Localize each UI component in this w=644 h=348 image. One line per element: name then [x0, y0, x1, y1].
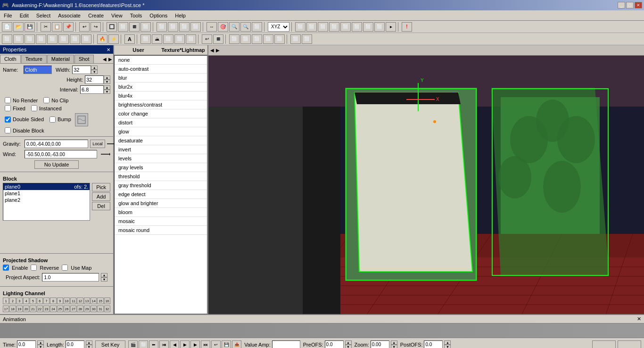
item-levels[interactable]: levels — [115, 154, 207, 163]
item-mosaic[interactable]: mosaic — [115, 217, 207, 226]
tb20[interactable]: ⬜ — [363, 22, 373, 32]
tb23[interactable]: ! — [402, 22, 412, 32]
play-rev-btn[interactable]: ⬅ — [149, 340, 158, 348]
bump-checkbox[interactable] — [50, 116, 56, 123]
anim-close-btn[interactable]: ✕ — [637, 316, 641, 322]
time-input[interactable] — [17, 340, 36, 348]
menu-file[interactable]: File — [0, 12, 16, 19]
light-5[interactable]: 5 — [30, 298, 36, 304]
copy-btn[interactable]: 📋 — [52, 22, 62, 32]
play-btn[interactable]: ▶ — [180, 340, 190, 348]
item-blur2x[interactable]: blur2x — [115, 83, 207, 91]
tb2-13[interactable]: ⬜ — [186, 34, 196, 44]
light-23[interactable]: 23 — [43, 306, 50, 312]
item-edge-detect[interactable]: edge detect — [115, 190, 207, 199]
tb2-3[interactable]: ⬜ — [25, 34, 35, 44]
wind-input[interactable] — [25, 150, 97, 158]
zoom-input[interactable] — [371, 340, 389, 348]
tb7[interactable]: ⬜ — [179, 22, 190, 32]
menu-edit[interactable]: Edit — [16, 12, 33, 19]
light-17[interactable]: 17 — [3, 306, 9, 312]
fixed-checkbox[interactable] — [5, 105, 11, 111]
export-btn[interactable]: 📤 — [232, 340, 241, 348]
light-19[interactable]: 19 — [17, 306, 23, 312]
stop-btn[interactable]: ⬜ — [139, 340, 148, 348]
item-gray-levels[interactable]: gray levels — [115, 163, 207, 172]
tb2-2[interactable]: ⬜ — [13, 34, 24, 44]
item-color-change[interactable]: color change — [115, 109, 207, 118]
tb2-fire2[interactable]: ⚡ — [108, 34, 119, 44]
tb2-16[interactable]: ⬜ — [229, 34, 239, 44]
item-threshold[interactable]: threshold — [115, 172, 207, 181]
dropdown-list[interactable]: none auto-contrast blur blur2x blur4x br… — [114, 55, 207, 314]
tb2-14[interactable]: ↩ — [202, 34, 212, 44]
item-brightness-contrast[interactable]: brightness/contrast — [115, 100, 207, 109]
width-input[interactable] — [72, 66, 91, 74]
tb10[interactable]: 🎯 — [218, 22, 228, 32]
step-prev-btn[interactable]: ◀ — [170, 340, 179, 348]
length-input[interactable] — [66, 340, 84, 348]
light-32[interactable]: 32 — [104, 306, 110, 312]
width-up[interactable]: ▲ — [91, 66, 98, 70]
tb4[interactable]: ⬜ — [140, 22, 151, 32]
light-3[interactable]: 3 — [17, 298, 23, 304]
interval-up[interactable]: ▲ — [104, 85, 110, 90]
shadow-usemap-checkbox[interactable] — [62, 265, 68, 271]
tb12[interactable]: 🔍 — [240, 22, 251, 32]
gravity-input[interactable] — [25, 140, 88, 148]
cut-btn[interactable]: ✂ — [41, 22, 51, 32]
light-1[interactable]: 1 — [3, 298, 9, 304]
light-30[interactable]: 30 — [91, 306, 97, 312]
light-28[interactable]: 28 — [77, 306, 83, 312]
item-bloom[interactable]: bloom — [115, 208, 207, 217]
tb2[interactable]: ⬜ — [118, 22, 128, 32]
save-btn[interactable]: 💾 — [25, 22, 35, 32]
item-distort[interactable]: distort — [115, 118, 207, 127]
light-8[interactable]: 8 — [50, 298, 56, 304]
tb2-12[interactable]: ⬜ — [174, 34, 185, 44]
light-21[interactable]: 21 — [30, 306, 36, 312]
tb2-7[interactable]: ⬜ — [70, 34, 80, 44]
film-icon[interactable]: 🎬 — [128, 340, 138, 348]
aspect-up[interactable]: ▲ — [101, 273, 107, 277]
tb2-17[interactable]: ⬜ — [240, 34, 251, 44]
tab-material[interactable]: Material — [47, 55, 74, 63]
light-25[interactable]: 25 — [57, 306, 63, 312]
skip-prev-btn[interactable]: ⏮ — [159, 340, 169, 348]
light-14[interactable]: 14 — [91, 298, 97, 304]
tb2-10[interactable]: ⛰ — [152, 34, 162, 44]
gravity-local-btn[interactable]: Local — [90, 140, 105, 148]
tb5[interactable]: ⬜ — [157, 22, 167, 32]
postoofs-up[interactable]: ▲ — [444, 340, 451, 345]
shadow-enable-checkbox[interactable] — [3, 265, 9, 271]
light-9[interactable]: 9 — [57, 298, 63, 304]
new-btn[interactable]: 📄 — [2, 22, 12, 32]
preoofs-down[interactable]: ▼ — [345, 345, 352, 348]
tb18[interactable]: ⬜ — [340, 22, 351, 32]
undo-btn[interactable]: ↩ — [79, 22, 90, 32]
light-10[interactable]: 10 — [64, 298, 70, 304]
tb2-1[interactable]: ⬜ — [2, 34, 12, 44]
menu-view[interactable]: View — [107, 12, 126, 19]
menu-associate[interactable]: Associate — [54, 12, 84, 19]
save-anim-btn[interactable]: 💾 — [222, 340, 231, 348]
light-18[interactable]: 18 — [9, 306, 16, 312]
tb9[interactable]: ↔ — [206, 22, 217, 32]
light-6[interactable]: 6 — [37, 298, 43, 304]
light-16[interactable]: 16 — [104, 298, 110, 304]
tb2-19[interactable]: ⬜ — [263, 34, 273, 44]
tb3[interactable]: 🔳 — [129, 22, 140, 32]
menu-tools[interactable]: Tools — [126, 12, 146, 19]
light-7[interactable]: 7 — [43, 298, 50, 304]
skip-next-btn[interactable]: ⏭ — [201, 340, 210, 348]
aspect-down[interactable]: ▼ — [101, 277, 107, 282]
light-11[interactable]: 11 — [70, 298, 76, 304]
time-down[interactable]: ▼ — [37, 345, 44, 348]
light-31[interactable]: 31 — [97, 306, 103, 312]
minimize-btn[interactable]: _ — [618, 2, 625, 8]
tb2-fire1[interactable]: 🔥 — [97, 34, 107, 44]
panel-close-btn[interactable]: ✕ — [107, 47, 110, 52]
tab-texture[interactable]: Texture — [21, 55, 47, 63]
tb2-5[interactable]: ⬜ — [47, 34, 58, 44]
light-26[interactable]: 26 — [64, 306, 70, 312]
